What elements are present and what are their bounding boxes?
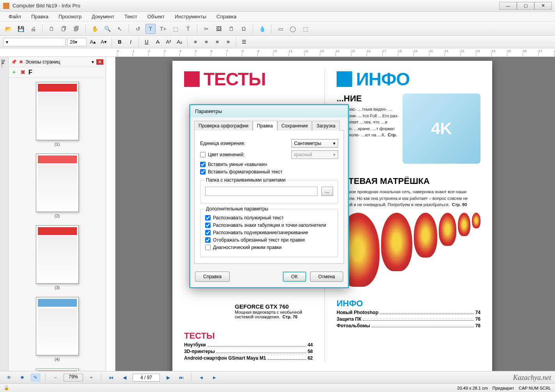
- thumb-item[interactable]: (3): [36, 225, 79, 290]
- menu-document[interactable]: Документ: [88, 13, 118, 20]
- cancel-button[interactable]: Отмена: [310, 272, 343, 282]
- thumb-item[interactable]: (2): [36, 154, 79, 218]
- thumb-label: (4): [36, 357, 79, 362]
- color-dropdown[interactable]: красный▾: [291, 150, 338, 159]
- vtext-icon[interactable]: Ṫ: [183, 24, 193, 34]
- menu-file[interactable]: Файл: [5, 13, 25, 20]
- close-button[interactable]: ✕: [534, 2, 552, 10]
- browse-button[interactable]: ...: [321, 187, 333, 196]
- thumb-label: (2): [36, 214, 79, 218]
- history-back-icon[interactable]: ◄: [196, 373, 206, 382]
- help-button[interactable]: Справка: [195, 272, 230, 282]
- maximize-button[interactable]: ▢: [517, 2, 534, 10]
- note-icon[interactable]: 🗒: [226, 24, 236, 34]
- view-mode3-icon[interactable]: ✎: [30, 373, 41, 382]
- font-smaller-icon[interactable]: A▾: [99, 38, 108, 46]
- zoom-value[interactable]: 79%: [64, 374, 83, 381]
- save-icon[interactable]: 💾: [16, 24, 26, 34]
- history-fwd-icon[interactable]: ►: [209, 373, 220, 382]
- text-plus-icon[interactable]: T+: [158, 24, 168, 34]
- rotate-icon[interactable]: ↺: [133, 24, 143, 34]
- menu-view[interactable]: Просмотр: [55, 13, 85, 20]
- tab-spellcheck[interactable]: Проверка орфографии: [194, 121, 253, 131]
- first-page-icon[interactable]: ⏮: [106, 373, 116, 382]
- pointer-tool-icon[interactable]: ↖: [115, 24, 125, 34]
- superscript-button[interactable]: A²: [164, 38, 173, 46]
- zoom-tool-icon[interactable]: 🔍: [102, 24, 112, 34]
- pages-icon[interactable]: 🗐: [71, 24, 82, 34]
- select-all-icon[interactable]: ⬚: [300, 24, 310, 34]
- sidepanel-tabs[interactable]: За...: [0, 57, 9, 376]
- zoom-in-icon[interactable]: +: [86, 373, 96, 382]
- font-family-dropdown[interactable]: ▾: [3, 38, 66, 46]
- detect-underline-checkbox[interactable]: [205, 230, 211, 235]
- tab-editing[interactable]: Правка: [253, 121, 277, 131]
- delete-page-icon[interactable]: ✖: [20, 69, 25, 76]
- menu-help[interactable]: Справка: [213, 13, 240, 20]
- view-mode2-icon[interactable]: ✸: [17, 373, 27, 382]
- last-page-icon[interactable]: ⏭: [176, 373, 186, 382]
- minimize-button[interactable]: —: [499, 2, 517, 10]
- detect-tabs-label: Распознавать знаки табуляции и точки-зап…: [213, 222, 326, 228]
- align-justify-icon[interactable]: ≡: [223, 38, 233, 46]
- new-page-icon[interactable]: 🗋: [46, 24, 57, 34]
- bold-button[interactable]: B: [115, 38, 124, 46]
- menu-text[interactable]: Текст: [121, 13, 141, 20]
- subscript-button[interactable]: A₂: [175, 38, 184, 46]
- eyedropper-icon[interactable]: 💧: [257, 24, 267, 34]
- tab-saving[interactable]: Сохранение: [277, 121, 312, 131]
- detect-tabs-checkbox[interactable]: [205, 222, 211, 228]
- strike-button[interactable]: A̶: [153, 38, 162, 46]
- menu-object[interactable]: Объект: [144, 13, 168, 20]
- prev-page-icon[interactable]: ◀: [119, 373, 129, 382]
- show-clipped-checkbox[interactable]: [205, 237, 211, 243]
- thumb-item[interactable]: (4): [36, 297, 79, 362]
- color-checkbox[interactable]: [200, 152, 206, 157]
- stamps-path-input[interactable]: [205, 187, 317, 196]
- sidepanel-tab-label[interactable]: За...: [0, 57, 6, 70]
- align-right-icon[interactable]: ≡: [213, 38, 222, 46]
- align-left-icon[interactable]: ≡: [191, 38, 200, 46]
- font-size-dropdown[interactable]: 26 ▾: [67, 38, 87, 46]
- detect-bold-checkbox[interactable]: [205, 215, 211, 221]
- close-panel-icon[interactable]: ✖: [19, 59, 23, 65]
- image-icon[interactable]: 🖼: [214, 24, 224, 34]
- text-edit-tool-icon[interactable]: T: [145, 24, 156, 34]
- hand-tool-icon[interactable]: ✋: [90, 24, 100, 34]
- panel-menu-icon[interactable]: ▾: [92, 59, 94, 65]
- crop-icon[interactable]: ✂: [201, 24, 211, 34]
- separator: [42, 24, 43, 34]
- section-title-info: ИНФО: [356, 69, 410, 90]
- next-page-icon[interactable]: ▶: [163, 373, 173, 382]
- pin-icon[interactable]: 📌: [11, 59, 17, 65]
- italic-button[interactable]: I: [126, 38, 135, 46]
- thumb-item[interactable]: (1): [36, 82, 79, 147]
- zoom-out-icon[interactable]: −: [50, 373, 60, 382]
- link-icon[interactable]: Ω: [239, 24, 249, 34]
- smart-quotes-checkbox[interactable]: [200, 162, 206, 167]
- diagnostic-checkbox[interactable]: [205, 245, 211, 250]
- underline-button[interactable]: U: [142, 38, 151, 46]
- font-larger-icon[interactable]: A▴: [88, 38, 98, 46]
- thumbnails-list[interactable]: (1) (2) (3) (4): [9, 78, 106, 376]
- linked-text-icon[interactable]: ⬚: [170, 24, 181, 34]
- align-center-icon[interactable]: ≡: [202, 38, 211, 46]
- tab-loading[interactable]: Загрузка: [312, 121, 340, 131]
- menu-tools[interactable]: Инструменты: [171, 13, 210, 20]
- list-icon[interactable]: ☰: [239, 38, 249, 46]
- view-mode1-icon[interactable]: 👁: [4, 373, 14, 382]
- smart-quotes-label: Вставить умные «кавычки»: [208, 162, 267, 167]
- select-lasso-icon[interactable]: ◯: [288, 24, 298, 34]
- unit-dropdown[interactable]: Сантиметры▾: [291, 139, 338, 148]
- ok-button[interactable]: ОК: [283, 272, 306, 282]
- print-icon[interactable]: 🖨: [28, 24, 38, 34]
- copy-page-icon[interactable]: 🗍: [59, 24, 69, 34]
- panel-close-icon[interactable]: ✕: [96, 59, 103, 65]
- select-rect-icon[interactable]: ▭: [275, 24, 285, 34]
- add-page-icon[interactable]: ＋: [11, 68, 17, 76]
- menu-edit[interactable]: Правка: [27, 13, 52, 20]
- open-icon[interactable]: 📂: [3, 24, 13, 34]
- fit-icon[interactable]: F: [28, 69, 32, 76]
- paste-formatted-checkbox[interactable]: [200, 169, 206, 175]
- page-input[interactable]: [133, 374, 160, 381]
